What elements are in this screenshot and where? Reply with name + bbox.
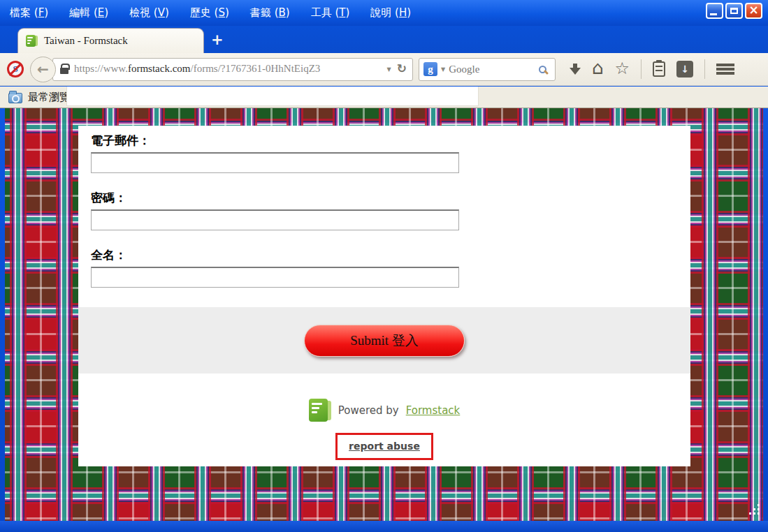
form-card: 電子郵件： 密碼： 全名： Submit 登入 Powered by Forms… [78,126,690,466]
menu-item-edit[interactable]: 編輯E [69,6,108,20]
grip-dots-icon [758,512,760,515]
email-label: 電子郵件： [91,133,690,148]
formstack-favicon [26,35,38,47]
resize-grip[interactable] [748,503,760,515]
menu-item-history[interactable]: 歷史S [190,6,229,20]
lock-icon[interactable] [60,68,68,74]
tab-strip: Taiwan - Formstack + [0,26,768,53]
fullname-input[interactable] [91,267,459,288]
most-visited-bookmark[interactable]: 最常瀏覽 [28,91,70,104]
fullname-label: 全名： [91,247,690,263]
window-controls: × [706,3,762,19]
status-bar [0,521,768,532]
powered-by-text: Powered by [338,404,399,417]
toolbar-separator [641,59,642,79]
password-label: 密碼： [91,190,690,205]
maximize-button[interactable] [725,3,743,19]
password-input[interactable] [91,209,459,230]
search-magnifier-icon[interactable] [539,66,546,73]
new-tab-button[interactable]: + [211,33,224,47]
back-icon: ← [37,61,49,77]
navigation-toolbar: S ← https://www.formstack.com/forms/?176… [0,53,768,86]
url-bar[interactable]: https://www.formstack.com/forms/?1767361… [52,58,413,81]
menu-item-file[interactable]: 檔案F [10,6,48,20]
menubar: 檔案F 編輯E 檢視V 歷史S 書籤B 工具T 說明H × [0,0,768,26]
card-footer: Powered by Formstack report abuse [78,374,690,466]
menu-hamburger-button[interactable] [716,64,734,75]
close-icon: × [748,4,758,16]
url-text: https://www.formstack.com/forms/?1767361… [74,63,382,75]
maximize-icon [730,8,738,14]
home-button[interactable]: ⌂ [592,59,604,77]
back-button[interactable]: ← [30,57,56,82]
bookmark-star-button[interactable]: ☆ [615,60,630,77]
bookmarks-bar: 最常瀏覽 [0,87,768,108]
downloads-button[interactable] [570,64,581,75]
close-button[interactable]: × [745,3,762,19]
minimize-button[interactable] [706,3,723,19]
toolbar-separator [704,59,705,79]
minimize-icon [710,13,717,15]
powered-by-row: Powered by Formstack [309,399,461,422]
menu-item-tools[interactable]: 工具T [311,6,350,20]
toolbar-buttons: ⌂ ☆ ↓ [570,59,734,79]
blank-dropdown-panel [66,87,479,106]
search-box[interactable]: g ▼ [419,58,556,81]
formstack-link[interactable]: Formstack [406,404,461,417]
menu-item-view[interactable]: 檢視V [129,6,169,20]
menu-item-bookmarks[interactable]: 書籤B [250,6,290,20]
addon-s-icon[interactable]: S [7,61,24,77]
submit-button[interactable]: Submit 登入 [304,325,465,357]
page-viewport: 電子郵件： 密碼： 全名： Submit 登入 Powered by Forms… [0,108,768,521]
download-manager-button[interactable]: ↓ [676,61,693,77]
most-visited-folder-icon [8,93,22,103]
form-fields: 電子郵件： 密碼： 全名： [78,126,690,288]
search-engine-dropdown-icon[interactable]: ▼ [441,66,445,73]
google-engine-icon[interactable]: g [423,62,437,76]
reload-button[interactable]: ↻ [397,61,407,75]
formstack-logo-icon [309,399,331,422]
tab-title: Taiwan - Formstack [44,35,128,47]
browser-window: { "menubar": { "items": [ {"label": "檔案"… [0,0,768,532]
report-abuse-highlight-box: report abuse [335,433,433,460]
search-input[interactable] [449,64,535,75]
menu-item-help[interactable]: 說明H [370,6,411,20]
email-input[interactable] [91,152,459,173]
submit-section: Submit 登入 [78,307,690,374]
report-abuse-link[interactable]: report abuse [349,441,420,452]
tab-taiwan-formstack[interactable]: Taiwan - Formstack [17,28,204,53]
clipboard-addon-button[interactable] [653,61,665,77]
url-dropdown-icon[interactable]: ▼ [387,66,391,73]
